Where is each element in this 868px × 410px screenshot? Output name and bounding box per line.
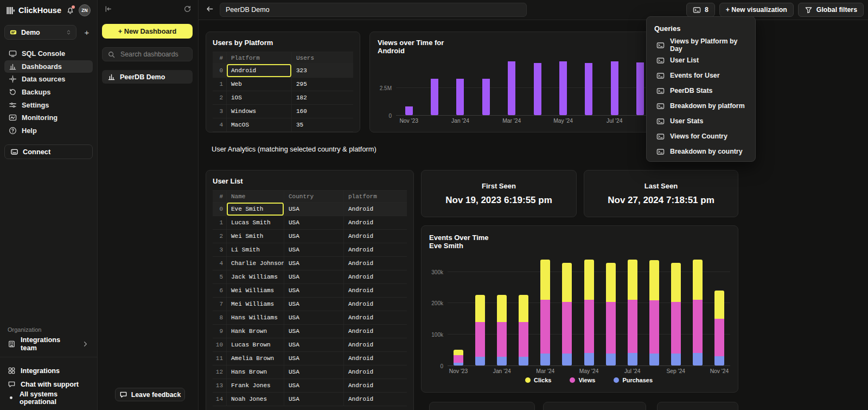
events-over-time-widget[interactable]: Events Over Time Eve Smith 300k200k100k0… [421, 225, 738, 393]
clickhouse-home-link[interactable]: ClickHouse [7, 6, 61, 15]
users-by-platform-widget[interactable]: Users by Platform #PlatformUsers0Android… [206, 31, 360, 133]
bar-feb-24[interactable] [519, 253, 528, 365]
sidebar-footer-item-integrations[interactable]: Integrations [0, 364, 97, 377]
back-button[interactable] [206, 5, 214, 15]
user-list-widget[interactable]: User List #NameCountryplatform0Eve Smith… [206, 170, 414, 410]
avatar[interactable]: ZN [79, 4, 91, 16]
sidebar-item-data-sources[interactable]: Data sources [4, 73, 93, 86]
table-cell: 1 [213, 78, 227, 91]
table-row[interactable]: 12Hans BrownUSAAndroid [213, 365, 407, 379]
connect-button[interactable]: Connect [4, 144, 93, 159]
bell-icon[interactable] [66, 7, 74, 15]
bar-nov-23[interactable] [454, 253, 463, 365]
table-row[interactable]: 4MacOS35 [213, 118, 353, 132]
table-cell: 0 [213, 64, 227, 77]
sidebar-item-integrations-team[interactable]: Integrations team [0, 337, 97, 350]
table-row[interactable]: 3Li SmithUSAAndroid [213, 243, 407, 257]
add-workspace-button[interactable]: + [81, 26, 93, 39]
bar-jun-24[interactable] [585, 58, 592, 115]
table-row[interactable]: 7Mei WilliamsUSAAndroid [213, 298, 407, 311]
query-item-views-by-platform-by-day[interactable]: Views by Platform by Day [647, 37, 755, 53]
legend-item-purchases[interactable]: Purchases [614, 377, 653, 383]
bar-mar-24[interactable] [540, 253, 550, 365]
bar-jan-24[interactable] [456, 58, 464, 115]
global-filters-button[interactable]: Global filters [798, 3, 864, 17]
bar-jun-24[interactable] [606, 253, 616, 365]
table-row[interactable]: 5Jack WilliamsUSAAndroid [213, 270, 407, 284]
legend-item-clicks[interactable]: Clicks [525, 377, 551, 383]
bar-apr-24[interactable] [534, 58, 541, 115]
sidebar-item-settings[interactable]: Settings [4, 98, 93, 111]
sidebar-footer-item-chat-with-support[interactable]: Chat with support [0, 377, 97, 391]
dashboard-list-item-peerdb-demo[interactable]: PeerDB Demo [102, 70, 193, 84]
table-row[interactable]: 2iOS182 [213, 91, 353, 105]
table-row[interactable]: 4Charlie JohnsonUSAAndroid [213, 257, 407, 270]
table-row[interactable]: 13Frank JonesUSAAndroid [213, 379, 407, 393]
table-row[interactable]: 2Wei SmithUSAAndroid [213, 230, 407, 243]
bar-aug-24[interactable] [649, 253, 659, 365]
bar-may-24[interactable] [584, 253, 594, 365]
workspace-select[interactable]: Demo [4, 25, 76, 40]
table-row[interactable]: 1Lucas SmithUSAAndroid [213, 216, 407, 230]
table-cell: 6 [213, 284, 227, 297]
bar-jul-24[interactable] [611, 58, 618, 115]
table-cell: USA [284, 216, 344, 229]
table-row[interactable]: 0Eve SmithUSAAndroid [213, 203, 407, 216]
query-item-views-for-country[interactable]: Views for Country [647, 129, 755, 144]
new-visualization-button[interactable]: + New visualization [719, 3, 794, 17]
table-row[interactable]: 10Lucas BrownUSAAndroid [213, 338, 407, 352]
query-item-breakdown-by-platform[interactable]: Breakdown by platform [647, 98, 755, 113]
table-cell: Hank Brown [227, 325, 284, 338]
bar-may-24[interactable] [559, 58, 567, 115]
table-row[interactable]: 3Windows160 [213, 105, 353, 118]
sidebar-footer-item-all-systems-operational[interactable]: All systems operational [0, 391, 97, 405]
query-item-user-list[interactable]: User List [647, 53, 755, 68]
terminal-icon [656, 148, 665, 156]
table-row[interactable]: 8Hans WilliamsUSAAndroid [213, 311, 407, 325]
query-item-label: Views for Country [670, 133, 727, 140]
sidebar-item-monitoring[interactable]: Monitoring [4, 111, 93, 124]
bar-sep-24[interactable] [671, 253, 681, 365]
leave-feedback-button[interactable]: Leave feedback [115, 388, 185, 401]
bar-mar-24[interactable] [508, 58, 515, 115]
sidebar-item-help[interactable]: Help [4, 124, 93, 137]
bar-apr-24[interactable] [562, 253, 572, 365]
bar-dec-23[interactable] [475, 253, 485, 365]
query-item-breakdown-by-country[interactable]: Breakdown by country [647, 144, 755, 159]
bar-segment-views [649, 300, 659, 354]
query-item-user-stats[interactable]: User Stats [647, 113, 755, 129]
first-seen-widget[interactable]: First Seen Nov 19, 2023 6:19:55 pm [421, 170, 577, 217]
sidebar-item-backups[interactable]: Backups [4, 86, 93, 99]
search-input[interactable] [119, 50, 187, 59]
bar-oct-24[interactable] [693, 253, 703, 365]
table-row[interactable]: 14Noah JonesUSAAndroid [213, 393, 407, 406]
table-row[interactable]: 11Amelia BrownUSAAndroid [213, 352, 407, 365]
bar-nov-24[interactable] [714, 253, 724, 365]
bar-aug-24[interactable] [636, 58, 644, 115]
bar-dec-23[interactable] [431, 58, 438, 115]
terminal-icon [656, 102, 665, 110]
bar-nov-23[interactable] [405, 58, 413, 115]
table-row[interactable]: 6Wei WilliamsUSAAndroid [213, 284, 407, 298]
refresh-icon[interactable] [183, 5, 192, 13]
query-item-peerdb-stats[interactable]: PeerDB Stats [647, 83, 755, 98]
dashboard-title-input[interactable] [220, 3, 527, 17]
last-seen-widget[interactable]: Last Seen Nov 27, 2024 7:18:51 pm [584, 170, 738, 217]
new-dashboard-button[interactable]: + New Dashboard [102, 24, 193, 39]
terminal-icon [656, 87, 665, 95]
bar-feb-24[interactable] [482, 58, 490, 115]
queries-count-button[interactable]: 8 [686, 3, 715, 17]
bar-jul-24[interactable] [628, 253, 637, 365]
sidebar-item-sql-console[interactable]: SQL Console [4, 47, 93, 60]
table-row[interactable]: 1Web295 [213, 78, 353, 91]
dashboard-search[interactable] [102, 47, 193, 61]
bar-jan-24[interactable] [497, 253, 507, 365]
sidebar-item-dashboards[interactable]: Dashboards [4, 60, 93, 73]
table-cell: Android [344, 203, 407, 216]
query-item-events-for-user[interactable]: Events for User [647, 68, 755, 83]
table-row[interactable]: 9Hank BrownUSAAndroid [213, 325, 407, 338]
table-row[interactable]: 0Android323 [213, 64, 353, 78]
table-cell: 4 [213, 118, 227, 131]
collapse-panel-icon[interactable] [104, 5, 112, 13]
legend-item-views[interactable]: Views [570, 377, 595, 383]
